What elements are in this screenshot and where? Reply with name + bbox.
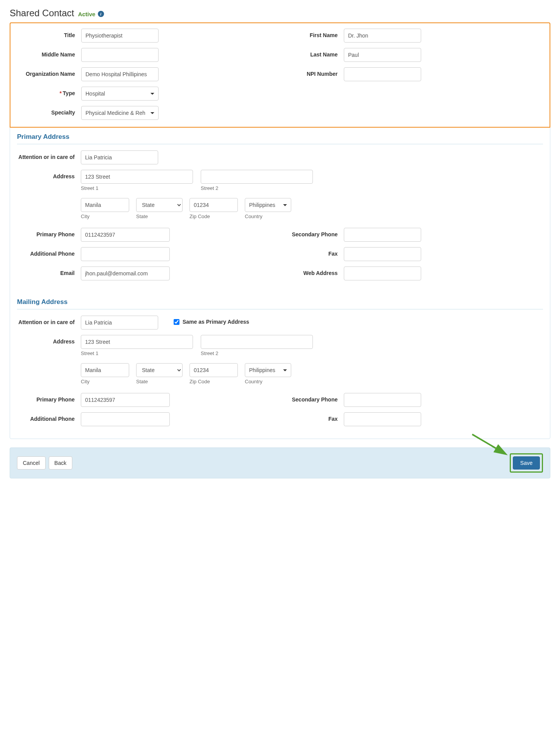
chevron-down-icon: [283, 204, 287, 206]
label-npi-number: NPI Number: [280, 67, 344, 81]
mailing-state-select[interactable]: State: [136, 363, 183, 377]
mailing-primary-phone-input[interactable]: [81, 393, 170, 407]
label-web-address: Web Address: [280, 266, 344, 280]
street1-sublabel: Street 1: [81, 350, 193, 356]
save-button[interactable]: Save: [513, 456, 540, 470]
primary-country-select[interactable]: Philippines: [245, 198, 291, 212]
label-secondary-phone: Secondary Phone: [280, 228, 344, 242]
identity-section: Title First Name Middle Name L: [10, 22, 550, 128]
last-name-input[interactable]: [344, 48, 421, 62]
primary-city-input[interactable]: [81, 198, 129, 212]
label-primary-phone-mailing: Primary Phone: [17, 393, 81, 407]
primary-attention-input[interactable]: [81, 150, 158, 164]
primary-state-select[interactable]: State: [136, 198, 183, 212]
zip-sublabel: Zip Code: [190, 213, 238, 219]
label-specialty: Specialty: [17, 106, 81, 120]
label-attention: Attention or in care of: [17, 150, 81, 164]
email-input[interactable]: [81, 266, 170, 280]
state-sublabel: State: [136, 379, 183, 384]
type-select[interactable]: Hospital: [81, 87, 159, 101]
chevron-down-icon: [283, 369, 287, 371]
back-button[interactable]: Back: [49, 456, 72, 470]
page-title: Shared Contact: [10, 8, 74, 18]
primary-phone-input[interactable]: [81, 228, 170, 242]
mailing-country-select[interactable]: Philippines: [245, 363, 291, 377]
web-address-input[interactable]: [344, 266, 421, 280]
secondary-phone-input[interactable]: [344, 228, 421, 242]
org-name-input[interactable]: [81, 67, 159, 81]
label-additional-phone-mailing: Additional Phone: [17, 412, 81, 426]
street2-sublabel: Street 2: [201, 350, 313, 356]
mailing-secondary-phone-input[interactable]: [344, 393, 421, 407]
mailing-fax-input[interactable]: [344, 412, 421, 426]
primary-street2-input[interactable]: [201, 170, 313, 184]
specialty-select[interactable]: Physical Medicine & Rehab: [81, 106, 159, 120]
state-sublabel: State: [136, 213, 183, 219]
title-input[interactable]: [81, 29, 159, 43]
same-as-primary-label: Same as Primary Address: [183, 319, 249, 325]
label-secondary-phone-mailing: Secondary Phone: [280, 393, 344, 407]
divider: [17, 144, 543, 144]
cancel-button[interactable]: Cancel: [17, 456, 46, 470]
label-address-mailing: Address: [17, 335, 81, 384]
street1-sublabel: Street 1: [81, 185, 193, 191]
label-attention-mailing: Attention or in care of: [17, 316, 81, 330]
label-title: Title: [17, 29, 81, 43]
footer-bar: Cancel Back Save: [10, 447, 550, 478]
street2-sublabel: Street 2: [201, 185, 313, 191]
label-fax-mailing: Fax: [280, 412, 344, 426]
form-container: Title First Name Middle Name L: [10, 22, 550, 439]
status-badge: Active: [78, 11, 96, 17]
divider: [17, 309, 543, 309]
primary-address-heading: Primary Address: [10, 128, 550, 144]
mailing-city-input[interactable]: [81, 363, 129, 377]
middle-name-input[interactable]: [81, 48, 159, 62]
label-type: *Type: [17, 87, 81, 101]
info-icon[interactable]: i: [98, 11, 104, 17]
mailing-additional-phone-input[interactable]: [81, 412, 170, 426]
city-sublabel: City: [81, 213, 129, 219]
primary-zip-input[interactable]: [190, 198, 238, 212]
mailing-street2-input[interactable]: [201, 335, 313, 349]
mailing-attention-input[interactable]: [81, 316, 158, 330]
label-fax: Fax: [280, 247, 344, 261]
label-additional-phone: Additional Phone: [17, 247, 81, 261]
fax-input[interactable]: [344, 247, 421, 261]
mailing-zip-input[interactable]: [190, 363, 238, 377]
chevron-down-icon: [150, 112, 154, 114]
label-first-name: First Name: [280, 29, 344, 43]
label-middle-name: Middle Name: [17, 48, 81, 62]
primary-street1-input[interactable]: [81, 170, 193, 184]
mailing-address-heading: Mailing Address: [10, 293, 550, 309]
label-org-name: Organization Name: [17, 67, 81, 81]
same-as-primary-checkbox[interactable]: [174, 319, 179, 325]
first-name-input[interactable]: [344, 29, 421, 43]
label-address: Address: [17, 170, 81, 219]
label-primary-phone: Primary Phone: [17, 228, 81, 242]
country-sublabel: Country: [245, 213, 291, 219]
city-sublabel: City: [81, 379, 129, 384]
label-last-name: Last Name: [280, 48, 344, 62]
zip-sublabel: Zip Code: [190, 379, 238, 384]
npi-number-input[interactable]: [344, 67, 421, 81]
additional-phone-input[interactable]: [81, 247, 170, 261]
save-highlight: Save: [510, 453, 543, 473]
label-email: Email: [17, 266, 81, 280]
chevron-down-icon: [150, 93, 154, 95]
country-sublabel: Country: [245, 379, 291, 384]
mailing-street1-input[interactable]: [81, 335, 193, 349]
